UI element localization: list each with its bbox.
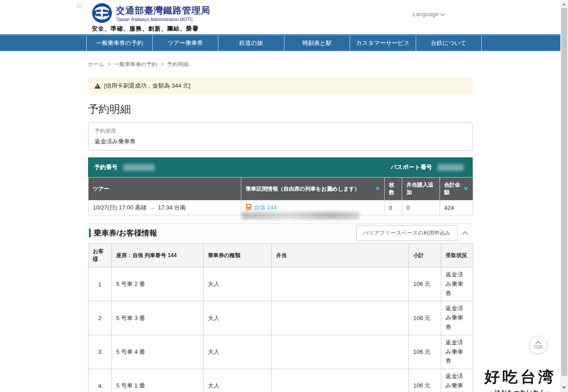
passenger-bento (271, 301, 408, 335)
passenger-row: 2 5 号車 3 番 大人 106 元 返金済み乗車券 (88, 301, 473, 335)
passenger-subtotal: 106 元 (408, 301, 441, 335)
breadcrumb-current: 予約明細 (167, 61, 189, 67)
passenger-type: 大人 (203, 267, 271, 301)
nav-item-rail-travel[interactable]: 鉄道の旅 (218, 36, 284, 51)
breadcrumb-home[interactable]: ホーム (88, 61, 105, 67)
col-total: 合計金額 (439, 178, 473, 200)
tra-logo-block[interactable]: 交通部臺灣鐵路管理局 Taiwan Railways Administratio… (92, 3, 210, 33)
scrollbar-up-arrow[interactable] (562, 3, 566, 5)
language-label: Language (413, 11, 439, 18)
reservation-number-redacted (123, 164, 155, 171)
col-receive-status: 受取状況 (441, 244, 473, 267)
nav-item-general-booking[interactable]: 一般乗車券の予約 (86, 36, 152, 51)
site-slogan: 安全、準確、服務、創新、團結、榮譽 (92, 25, 210, 33)
passport-number-label: パスポート番号 (390, 163, 432, 171)
train-link[interactable]: 自強 144 (246, 204, 277, 212)
chevron-down-icon[interactable] (464, 187, 468, 191)
watermark-line2: ～はおちーたいわん～ (484, 388, 556, 392)
col-segment-info: 乗車区間情報（自由席の列車をお薦めします） (241, 178, 384, 200)
col-ticket-count: 枚数 (384, 178, 402, 200)
arrow-right-icon: → (149, 204, 155, 211)
trip-total: 424 (439, 200, 473, 215)
passenger-subtotal: 106 元 (408, 369, 441, 392)
passport-number-redacted (438, 164, 464, 171)
nav-item-about-tra[interactable]: 台鉄について (416, 36, 482, 51)
site-title: 交通部臺灣鐵路管理局 (116, 4, 210, 17)
trip-ticket-count: 0 (384, 200, 402, 215)
trip-table-wrap: ツアー 乗車区間情報（自由席の列車をお薦めします） 枚数 弁当購入追加 合計金額… (88, 177, 473, 215)
passenger-bento (271, 267, 408, 301)
broken-image-artifact (76, 4, 82, 8)
trip-table: ツアー 乗車区間情報（自由席の列車をお薦めします） 枚数 弁当購入追加 合計金額… (88, 177, 473, 215)
train-icon (246, 204, 252, 212)
section-accent-bar (89, 229, 91, 237)
col-tour: ツアー (88, 178, 241, 200)
passenger-status: 返金済み乗車券 (441, 301, 473, 335)
watermark-line1: 好吃台湾 (484, 367, 556, 388)
barrier-free-apply-button[interactable]: バリアフリースペースの利用申込み (356, 225, 457, 241)
passenger-status: 返金済み乗車券 (441, 267, 473, 301)
warning-triangle-icon (94, 83, 101, 89)
page-scrollbar[interactable] (560, 0, 568, 392)
trip-schedule-cell: 10/27(日) 17:00 高雄→17:34 台南 (88, 200, 241, 215)
passenger-no: 4 (88, 369, 111, 392)
col-bento-add: 弁当購入追加 (402, 178, 439, 200)
passenger-seat: 5 号車 4 番 (111, 335, 203, 369)
scrollbar-down-arrow[interactable] (562, 387, 566, 389)
chevron-down-icon[interactable] (375, 187, 380, 191)
refund-alert: [信用卡刷退成功，金額為 344 元] (88, 78, 473, 94)
passenger-status: 返金済み乗車券 (441, 369, 473, 392)
col-seat: 座席：自強 列車番号 144 (111, 244, 203, 267)
passenger-seat: 5 号車 1 番 (111, 369, 203, 392)
back-to-top-button[interactable]: TOP (529, 336, 547, 354)
passenger-no: 1 (88, 267, 111, 301)
breadcrumb-general-booking[interactable]: 一般乗車券の予約 (114, 61, 157, 67)
passenger-row: 1 5 号車 2 番 大人 106 元 返金済み乗車券 (88, 267, 473, 301)
passenger-bento (271, 369, 408, 392)
reservation-number-bar: 予約番号 パスポート番号 (88, 157, 473, 177)
nav-item-customer-service[interactable]: カスタマーサービス (350, 36, 416, 51)
breadcrumb-separator: > (107, 61, 111, 67)
passenger-row: 4 5 号車 1 番 大人 106 元 返金済み乗車券 (88, 369, 473, 392)
reservation-number-label: 予約番号 (94, 163, 118, 171)
passenger-seat: 5 号車 2 番 (111, 267, 203, 301)
passenger-subtotal: 106 元 (408, 267, 441, 301)
col-bento: 弁当 (271, 244, 408, 267)
breadcrumb-separator: > (160, 61, 164, 67)
site-subtitle: Taiwan Railways Administration.MOTC (116, 17, 210, 22)
scrollbar-thumb[interactable] (561, 8, 567, 376)
site-header: 交通部臺灣鐵路管理局 Taiwan Railways Administratio… (0, 0, 568, 34)
nav-item-tour-ticket[interactable]: ツアー乗車券 (152, 36, 218, 51)
passenger-row: 3 5 号車 4 番 大人 106 元 返金済み乗車券 (88, 335, 473, 369)
site-watermark-logo: 好吃台湾 ～はおちーたいわん～ (484, 367, 556, 392)
chevron-up-icon[interactable] (462, 231, 468, 237)
alert-text: [信用卡刷退成功，金額為 344 元] (104, 82, 191, 90)
ticket-passenger-section-header: 乗車券/お客様情報 バリアフリースペースの利用申込み (88, 223, 473, 242)
passenger-type: 大人 (203, 301, 271, 335)
nav-item-timetable-stations[interactable]: 時刻表と駅 (284, 36, 350, 51)
trip-bento-add: 0 (402, 200, 439, 215)
page-title: 予約明細 (88, 102, 473, 116)
passenger-no: 2 (88, 301, 111, 335)
section-title: 乗車券/お客様情報 (94, 228, 157, 238)
passenger-type: 大人 (203, 335, 271, 369)
page: 交通部臺灣鐵路管理局 Taiwan Railways Administratio… (0, 0, 568, 392)
blurred-watermark (242, 212, 359, 219)
main-nav: 一般乗車券の予約 ツアー乗車券 鉄道の旅 時刻表と駅 カスタマーサービス 台鉄に… (0, 34, 568, 51)
passenger-no: 3 (88, 335, 111, 369)
col-passenger: お客様 (88, 244, 111, 267)
col-ticket-type: 乗車券の種類 (203, 244, 271, 267)
passenger-table: お客様 座席：自強 列車番号 144 乗車券の種類 弁当 小計 受取状況 1 5… (88, 243, 473, 392)
reservation-status-box: 予約状況 返金済み乗車券 (88, 122, 473, 151)
breadcrumb: ホーム > 一般乗車券の予約 > 予約明細 (88, 61, 473, 68)
col-subtotal: 小計 (408, 244, 441, 267)
passenger-bento (271, 335, 408, 369)
passenger-subtotal: 106 元 (408, 335, 441, 369)
train-link-label: 自強 144 (254, 204, 277, 212)
passenger-seat: 5 号車 3 番 (111, 301, 203, 335)
passenger-type: 大人 (203, 369, 271, 392)
language-selector[interactable]: Language (413, 11, 444, 18)
chevron-down-icon (440, 12, 445, 16)
status-value: 返金済み乗車券 (95, 138, 466, 146)
passenger-status: 返金済み乗車券 (441, 335, 473, 369)
